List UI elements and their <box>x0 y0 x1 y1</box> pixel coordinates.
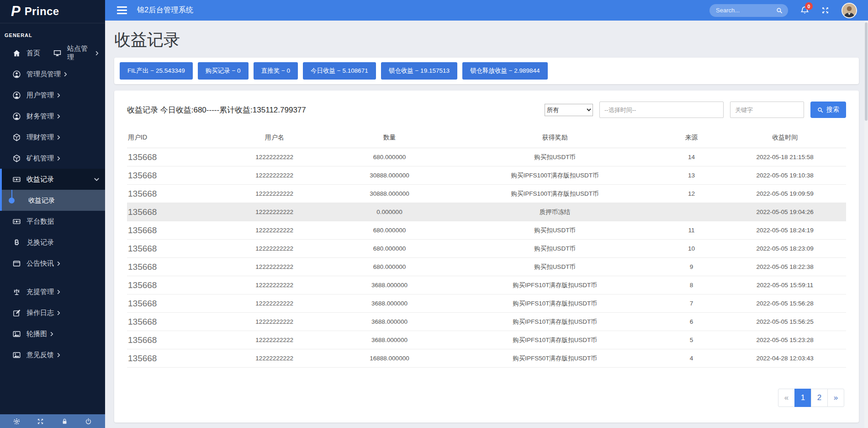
cell-reward: 购买IPFS50T满存版扣USDT币 <box>450 349 659 368</box>
income-summary: 收益记录 今日收益:680-----累计收益:135112.799377 <box>127 105 306 115</box>
sidebar-item-site-mgmt[interactable]: 站点管理 <box>53 43 105 64</box>
cell-amount: 30888.000000 <box>328 166 451 185</box>
table-row: 135668122222222223688.000000购买IPFS10T满存版… <box>127 294 846 313</box>
sidebar-subitem-income-records-sub[interactable]: 收益记录 <box>2 190 105 211</box>
column-header-reward: 获得奖励 <box>450 130 659 148</box>
image-icon <box>13 330 21 338</box>
cell-reward: 购买IPFS100T满存版扣USDT币 <box>450 166 659 185</box>
pagination-next[interactable]: » <box>827 389 844 407</box>
income-table: 用户ID用户名数量获得奖励来源收益时间 13566812222222222680… <box>127 130 846 368</box>
cell-reward: 购买IPFS10T满存版扣USDT币 <box>450 331 659 349</box>
cell-time: 2022-05-05 18:24:19 <box>724 221 846 240</box>
cell-source: 12 <box>659 185 724 203</box>
pagination-page-2[interactable]: 2 <box>811 389 828 407</box>
sidebar-item-income-records[interactable]: 收益记录 <box>0 169 105 190</box>
cell-user_id: 135668 <box>127 258 221 276</box>
cell-username: 12222222222 <box>221 185 328 203</box>
sidebar-subitem-label: 收益记录 <box>28 196 55 205</box>
pagination-prev[interactable]: « <box>778 389 795 407</box>
cube-icon <box>13 134 21 141</box>
sidebar-item-exchange-records[interactable]: 兑换记录 <box>0 232 105 253</box>
cell-reward: 购买IPFS10T满存版扣USDT币 <box>450 313 659 331</box>
user-avatar[interactable] <box>842 3 857 18</box>
cube-icon <box>13 155 21 162</box>
sidebar-item-wealth-mgmt[interactable]: 理财管理 <box>0 127 105 148</box>
cell-amount: 3688.000000 <box>328 313 451 331</box>
desktop-icon <box>53 49 61 57</box>
search-button-label: 搜索 <box>826 106 839 114</box>
stat-button-today-income[interactable]: 今日收益 − 5.108671 <box>303 62 376 80</box>
scrollbar-thumb[interactable] <box>865 22 868 121</box>
sidebar-item-label: 站点管理 <box>67 44 92 62</box>
page-scrollbar <box>864 21 868 428</box>
stat-button-locked-release-income[interactable]: 锁仓释放收益 − 2.989844 <box>462 62 548 80</box>
cell-reward: 购买扣USDT币 <box>450 240 659 258</box>
settings-icon[interactable] <box>13 418 20 425</box>
stat-button-direct-referral-reward[interactable]: 直推奖 − 0 <box>254 62 298 80</box>
cell-username: 12222222222 <box>221 203 328 221</box>
sidebar-item-feedback[interactable]: 意见反馈 <box>0 344 105 365</box>
topbar-search-input[interactable] <box>715 6 776 14</box>
stat-button-locked-income[interactable]: 锁仓收益 − 19.157513 <box>381 62 457 80</box>
cell-time: 2022-04-28 12:03:43 <box>724 349 846 368</box>
sidebar-item-platform-data[interactable]: 平台数据 <box>0 211 105 232</box>
cell-source: 6 <box>659 313 724 331</box>
cell-reward: 质押币冻结 <box>450 203 659 221</box>
filter-controls: 所有 搜索 <box>545 102 846 118</box>
lock-icon[interactable] <box>61 418 68 425</box>
chevron-right-icon <box>56 289 61 294</box>
cell-user_id: 135668 <box>127 331 221 349</box>
table-row: 135668122222222223688.000000购买IPFS10T满存版… <box>127 331 846 349</box>
user-circle-icon <box>13 112 21 120</box>
brand-logo[interactable]: P Prince <box>0 0 105 23</box>
cell-user_id: 135668 <box>127 185 221 203</box>
cell-reward: 购买扣USDT币 <box>450 258 659 276</box>
cell-source: 13 <box>659 166 724 185</box>
chevron-right-icon <box>95 51 100 56</box>
cell-user_id: 135668 <box>127 240 221 258</box>
notifications-bell-icon[interactable]: 0 <box>800 6 809 15</box>
sidebar-item-finance-mgmt[interactable]: 财务管理 <box>0 106 105 127</box>
pagination-page-1[interactable]: 1 <box>794 389 811 407</box>
fullscreen-icon[interactable] <box>821 6 829 14</box>
stat-button-fil-output[interactable]: FIL产出 − 25.543349 <box>120 62 193 80</box>
keyword-filter-input[interactable] <box>730 102 804 118</box>
cell-reward: 购买IPFS10T满存版扣USDT币 <box>450 276 659 294</box>
cell-amount: 3688.000000 <box>328 294 451 313</box>
cell-time: 2022-05-18 21:15:58 <box>724 148 846 166</box>
date-filter-input[interactable] <box>599 102 724 118</box>
cell-amount: 16888.000000 <box>328 349 451 368</box>
cell-source: 11 <box>659 221 724 240</box>
sidebar-item-user-mgmt[interactable]: 用户管理 <box>0 85 105 106</box>
sidebar-item-announcements[interactable]: 公告快讯 <box>0 253 105 274</box>
sidebar-section-label: GENERAL <box>0 23 105 43</box>
chevron-right-icon <box>56 353 61 358</box>
table-row: 1356681222222222230888.000000购买IPFS100T满… <box>127 166 846 185</box>
column-header-username: 用户名 <box>221 130 328 148</box>
table-row: 1356681222222222230888.000000购买IPFS100T满… <box>127 185 846 203</box>
cell-user_id: 135668 <box>127 349 221 368</box>
fullscreen-icon[interactable] <box>37 418 44 425</box>
cell-time: 2022-05-05 15:56:25 <box>724 313 846 331</box>
banknote-icon <box>13 218 21 225</box>
topbar-actions: 0 <box>709 3 857 18</box>
topbar: 锦2后台管理系统 0 <box>105 0 868 21</box>
search-icon[interactable] <box>776 7 783 14</box>
search-button[interactable]: 搜索 <box>810 102 846 118</box>
sidebar-item-carousel[interactable]: 轮播图 <box>0 323 105 344</box>
sidebar-item-home[interactable]: 首页 <box>0 43 53 64</box>
cell-source: 4 <box>659 349 724 368</box>
power-icon[interactable] <box>85 418 92 425</box>
search-icon <box>817 107 823 113</box>
chevron-right-icon <box>56 156 61 161</box>
app-title: 锦2后台管理系统 <box>137 5 193 15</box>
hamburger-menu-icon[interactable] <box>117 6 127 14</box>
cell-amount: 0.000000 <box>328 203 451 221</box>
sidebar-item-deposit-withdraw-mgmt[interactable]: 充提管理 <box>0 281 105 302</box>
sidebar-item-operation-logs[interactable]: 操作日志 <box>0 302 105 323</box>
stat-button-purchase-records[interactable]: 购买记录 − 0 <box>198 62 249 80</box>
cell-time: 2022-05-05 15:59:11 <box>724 276 846 294</box>
sidebar-item-admin-mgmt[interactable]: 管理员管理 <box>0 64 105 85</box>
type-filter-select[interactable]: 所有 <box>545 104 593 116</box>
sidebar-item-miner-mgmt[interactable]: 矿机管理 <box>0 148 105 169</box>
